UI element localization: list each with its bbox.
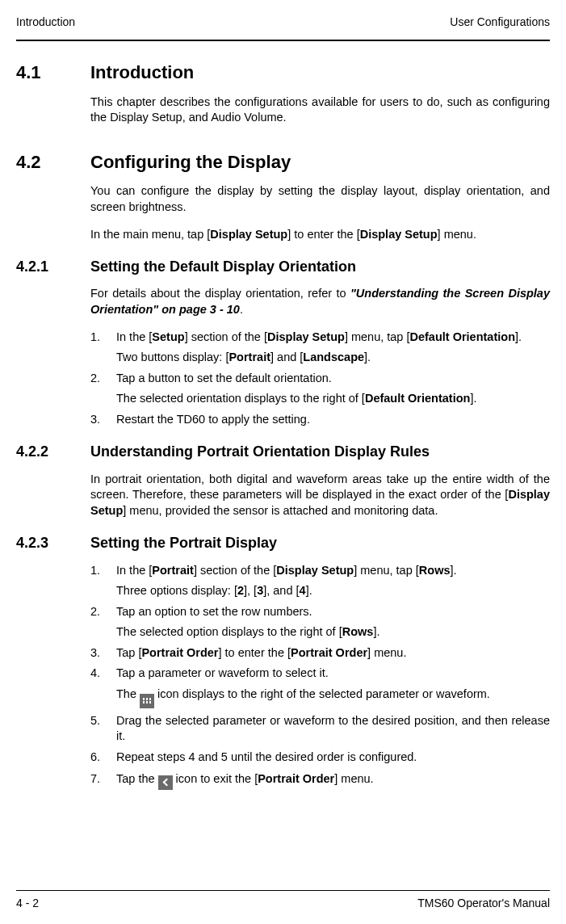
section-title: Introduction [90, 61, 194, 85]
step-text: Restart the TD60 to apply the setting. [116, 412, 550, 428]
section-4-2-1-paragraph: For details about the display orientatio… [90, 286, 550, 317]
back-chevron-icon [158, 775, 173, 790]
manual-title: TMS60 Operator's Manual [417, 896, 550, 911]
step-3: 3. Restart the TD60 to apply the setting… [90, 412, 550, 428]
drag-handle-icon [140, 694, 154, 708]
step-text: Tap the icon to exit the [Portrait Order… [116, 771, 550, 790]
step-text: Drag the selected parameter or waveform … [116, 713, 550, 745]
running-header: Introduction User Configurations [16, 15, 550, 41]
step-number: 1. [90, 330, 116, 346]
header-left: Introduction [16, 15, 75, 30]
step-number: 4. [90, 666, 116, 682]
step-subtext: Three options display: [2], [3], and [4]… [116, 583, 550, 599]
section-title: Setting the Default Display Orientation [90, 257, 356, 276]
section-title: Configuring the Display [90, 150, 291, 174]
step-subtext: Two buttons display: [Portrait] and [Lan… [116, 350, 550, 366]
section-4-2-2-heading: 4.2.2 Understanding Portrait Orientation… [16, 442, 550, 461]
step-text: Tap a button to set the default orientat… [116, 371, 550, 387]
step-number: 3. [90, 412, 116, 428]
section-4-2-heading: 4.2 Configuring the Display [16, 150, 550, 174]
page-footer: 4 - 2 TMS60 Operator's Manual [16, 890, 550, 911]
page-number: 4 - 2 [16, 896, 39, 911]
section-number: 4.2.3 [16, 533, 90, 552]
step-text: In the [Setup] section of the [Display S… [116, 330, 550, 346]
section-title: Understanding Portrait Orientation Displ… [90, 442, 430, 461]
section-title: Setting the Portrait Display [90, 533, 277, 552]
step-3: 3. Tap [Portrait Order] to enter the [Po… [90, 645, 550, 662]
section-number: 4.2.2 [16, 442, 90, 461]
step-number: 7. [90, 771, 116, 790]
section-number: 4.1 [16, 61, 90, 85]
section-4-2-3-heading: 4.2.3 Setting the Portrait Display [16, 533, 550, 552]
step-1: 1. In the [Portrait] section of the [Dis… [90, 563, 550, 579]
section-number: 4.2 [16, 150, 90, 174]
step-4: 4. Tap a parameter or waveform to select… [90, 666, 550, 682]
section-4-2-2-paragraph: In portrait orientation, both digital an… [90, 472, 550, 519]
step-number: 1. [90, 563, 116, 579]
step-6: 6. Repeat steps 4 and 5 until the desire… [90, 750, 550, 766]
section-4-1-paragraph: This chapter describes the configuration… [90, 94, 550, 126]
section-4-2-paragraph: You can configure the display by setting… [90, 183, 550, 215]
step-text: Repeat steps 4 and 5 until the desired o… [116, 750, 550, 766]
step-text: Tap [Portrait Order] to enter the [Portr… [116, 645, 550, 662]
step-subtext: The icon displays to the right of the se… [116, 687, 550, 708]
step-2: 2. Tap an option to set the row numbers. [90, 604, 550, 620]
section-number: 4.2.1 [16, 257, 90, 276]
step-number: 2. [90, 604, 116, 620]
step-text: Tap an option to set the row numbers. [116, 604, 550, 620]
step-number: 5. [90, 713, 116, 745]
step-text: Tap a parameter or waveform to select it… [116, 666, 550, 682]
section-4-2-paragraph: In the main menu, tap [Display Setup] to… [90, 227, 550, 243]
step-subtext: The selected orientation displays to the… [116, 391, 550, 407]
step-1: 1. In the [Setup] section of the [Displa… [90, 330, 550, 346]
step-5: 5. Drag the selected parameter or wavefo… [90, 713, 550, 745]
step-number: 2. [90, 371, 116, 387]
section-4-1-heading: 4.1 Introduction [16, 61, 550, 85]
step-text: In the [Portrait] section of the [Displa… [116, 563, 550, 579]
step-number: 6. [90, 750, 116, 766]
step-7: 7. Tap the icon to exit the [Portrait Or… [90, 771, 550, 790]
step-subtext: The selected option displays to the righ… [116, 624, 550, 640]
header-right: User Configurations [450, 15, 550, 30]
section-4-2-1-heading: 4.2.1 Setting the Default Display Orient… [16, 257, 550, 276]
step-number: 3. [90, 645, 116, 662]
step-2: 2. Tap a button to set the default orien… [90, 371, 550, 387]
